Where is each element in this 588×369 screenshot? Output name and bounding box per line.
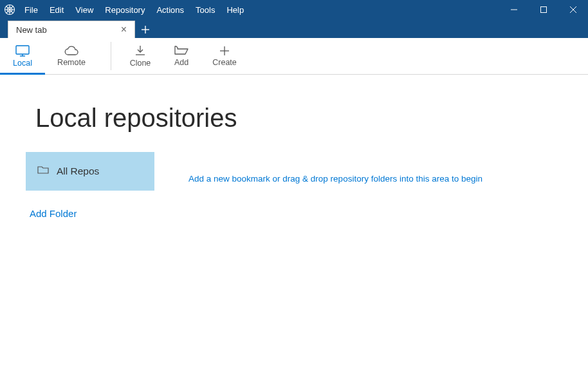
monitor-icon xyxy=(15,45,30,57)
main-content: Local repositories All Repos Add Folder … xyxy=(0,75,588,133)
toolbar-group-actions: Clone Add Create xyxy=(120,38,246,74)
tab-new[interactable]: New tab × xyxy=(8,21,135,38)
tab-label: New tab xyxy=(16,25,47,35)
close-button[interactable] xyxy=(558,0,588,19)
create-label: Create xyxy=(212,58,237,67)
menu-tools[interactable]: Tools xyxy=(190,2,220,18)
add-button[interactable]: Add xyxy=(160,38,203,74)
maximize-button[interactable] xyxy=(529,0,558,19)
main-menu: File Edit View Repository Actions Tools … xyxy=(19,2,249,18)
toolbar-separator xyxy=(111,42,111,70)
clone-label: Clone xyxy=(130,59,151,68)
window-controls xyxy=(499,0,588,19)
menu-file[interactable]: File xyxy=(19,2,43,18)
svg-rect-7 xyxy=(541,7,547,13)
remote-button[interactable]: Remote xyxy=(45,38,98,74)
toolbar: Local Remote Clone xyxy=(0,38,588,75)
menu-view[interactable]: View xyxy=(70,2,98,18)
page-title: Local repositories xyxy=(35,104,588,133)
repo-folder-list: All Repos Add Folder xyxy=(26,152,154,227)
local-button[interactable]: Local xyxy=(0,38,45,74)
app-logo-icon xyxy=(0,4,19,15)
toolbar-group-location: Local Remote xyxy=(0,38,98,74)
folder-open-icon xyxy=(174,46,188,56)
create-button[interactable]: Create xyxy=(203,38,246,74)
add-label: Add xyxy=(174,58,188,67)
minimize-button[interactable] xyxy=(499,0,529,19)
menu-help[interactable]: Help xyxy=(221,2,249,18)
download-icon xyxy=(134,45,146,57)
close-tab-icon[interactable]: × xyxy=(118,24,129,35)
folder-icon xyxy=(37,166,49,177)
remote-label: Remote xyxy=(57,58,86,67)
svg-rect-12 xyxy=(16,46,29,54)
titlebar: File Edit View Repository Actions Tools … xyxy=(0,0,588,19)
all-repos-label: All Repos xyxy=(57,166,99,177)
add-folder-link[interactable]: Add Folder xyxy=(26,200,154,227)
menu-repository[interactable]: Repository xyxy=(100,2,150,18)
plus-icon xyxy=(219,46,230,56)
tabbar: New tab × xyxy=(0,19,588,38)
clone-button[interactable]: Clone xyxy=(120,38,160,74)
menu-actions[interactable]: Actions xyxy=(151,2,189,18)
local-label: Local xyxy=(13,59,32,68)
drop-hint: Add a new bookmark or drag & drop reposi… xyxy=(188,174,482,184)
menu-edit[interactable]: Edit xyxy=(44,2,69,18)
add-tab-button[interactable] xyxy=(135,21,156,38)
cloud-icon xyxy=(64,46,79,56)
all-repos-item[interactable]: All Repos xyxy=(26,152,154,191)
